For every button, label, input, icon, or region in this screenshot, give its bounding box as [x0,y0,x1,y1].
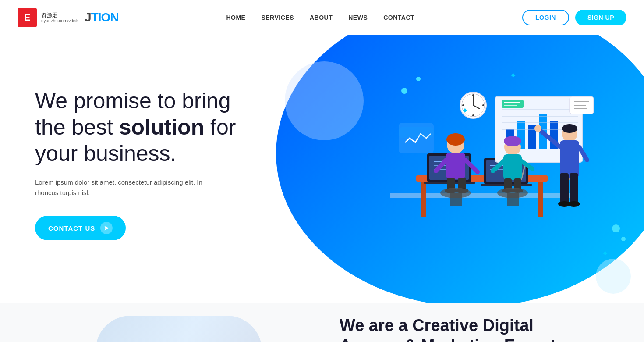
signup-button[interactable]: SIGN UP [575,10,626,25]
svg-rect-2 [421,182,426,217]
contact-us-button[interactable]: CONTACT US ➤ [35,216,126,240]
svg-rect-51 [503,154,522,180]
nav-home[interactable]: HOME [226,14,245,21]
logo-e-icon: E [18,8,37,27]
svg-rect-64 [513,193,519,206]
svg-rect-0 [390,193,574,198]
main-nav: HOME SERVICES ABOUT NEWS CONTACT [226,14,414,21]
header: E 资源君 eyunzhu.com/vdisk JTION HOME SERVI… [0,0,644,35]
logo: E 资源君 eyunzhu.com/vdisk JTION [18,8,119,27]
second-right: We are a Creative Digital Agency & Marke… [322,316,609,342]
nav-news[interactable]: NEWS [348,14,368,21]
svg-rect-3 [538,182,543,217]
svg-point-72 [482,104,484,106]
logo-url: eyunzhu.com/vdisk [41,18,78,23]
svg-rect-42 [446,153,465,179]
business-scene-svg [355,53,609,272]
svg-rect-33 [560,173,569,204]
svg-rect-73 [399,127,434,138]
logo-text: 资源君 eyunzhu.com/vdisk [41,12,78,24]
svg-rect-61 [456,193,462,206]
sparkle-icon-1: ✦ [461,105,469,116]
blob-decoration [285,61,364,140]
second-section: We are a Creative Digital Agency & Marke… [0,303,644,342]
hero-title-line2: the best [35,115,119,139]
svg-rect-32 [560,140,579,178]
second-section-title: We are a Creative Digital Agency & Marke… [340,316,609,342]
hero-subtitle: Lorem ipsum dolor sit amet, consectetur … [35,177,219,198]
nav-about[interactable]: ABOUT [310,14,333,21]
svg-point-58 [504,136,521,146]
svg-rect-34 [570,173,578,204]
nav-contact[interactable]: CONTACT [383,14,414,21]
hero-title: We promise to bring the best solution fo… [35,88,236,167]
svg-point-40 [562,124,577,133]
login-button[interactable]: LOGIN [522,10,569,25]
hero-section: ✦ ✦ ✦ We promise to bring the best solut… [0,35,644,303]
nav-services[interactable]: SERVICES [261,14,294,21]
sparkle-icon-3: ✦ [602,248,609,259]
svg-rect-60 [450,193,456,206]
svg-point-38 [534,125,541,132]
hero-title-bold: solution [119,115,204,139]
logo-brand-blue: TION [91,11,119,24]
svg-rect-63 [507,193,513,206]
svg-point-36 [568,201,580,207]
second-image [96,316,262,342]
arrow-icon: ➤ [100,222,113,234]
dot-decoration-3 [612,224,620,232]
dot-decoration-1 [401,88,407,94]
svg-point-49 [446,133,465,146]
svg-point-69 [472,94,474,96]
svg-rect-27 [502,100,524,108]
contact-us-label: CONTACT US [48,224,95,232]
header-actions: LOGIN SIGN UP [522,10,626,25]
sparkle-icon-2: ✦ [510,70,517,81]
logo-brand-gray: J [85,11,91,24]
dot-decoration-4 [621,237,626,241]
dot-decoration-2 [416,77,421,81]
hero-content: We promise to bring the best solution fo… [35,88,236,240]
logo-brand: JTION [85,11,118,25]
svg-point-70 [472,114,474,116]
logo-cn: 资源君 [41,12,78,19]
second-left [35,316,322,342]
hero-illustration [355,53,609,281]
